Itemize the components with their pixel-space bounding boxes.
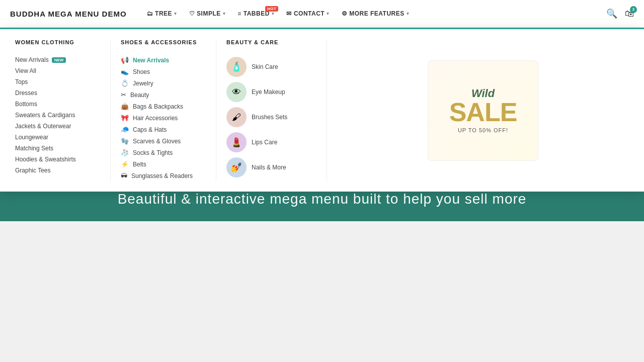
list-item[interactable]: New Arrivals NEW — [15, 54, 100, 65]
beauty-item-nails-more[interactable]: 💅 Nails & More — [226, 155, 316, 180]
megaphone-icon: 📢 — [121, 56, 129, 64]
chevron-down-icon: ▾ — [407, 11, 410, 16]
chevron-down-icon: ▾ — [272, 11, 275, 16]
list-item[interactable]: Sweaters & Cardigans — [15, 110, 100, 121]
list-item[interactable]: 🧢 Caps & Hats — [121, 124, 206, 135]
logo: BUDDHA MEGA MENU DEMO — [10, 10, 127, 18]
menu-col-shoes-accessories: SHOES & ACCESSORIES 📢 New Arrivals 👟 Sho… — [111, 39, 216, 182]
new-badge: NEW — [52, 57, 66, 63]
shoes-icon: 👟 — [121, 68, 129, 75]
brushes-sets-label: Brushes Sets — [252, 114, 287, 121]
search-button[interactable]: 🔍 — [606, 8, 617, 19]
chevron-down-icon: ▾ — [174, 11, 177, 16]
nav-item-more-features[interactable]: ⚙ MORE FEATURES ▾ — [337, 7, 415, 20]
list-item[interactable]: 📢 New Arrivals — [121, 54, 206, 66]
list-item[interactable]: Dresses — [15, 87, 100, 99]
hat-icon: 🧢 — [121, 126, 129, 133]
list-item[interactable]: Matching Sets — [15, 143, 100, 154]
list-item[interactable]: Loungewear — [15, 132, 100, 143]
list-item[interactable]: Graphic Tees — [15, 165, 100, 176]
list-item[interactable]: 👟 Shoes — [121, 66, 206, 77]
nav-item-simple[interactable]: ♡ SIMPLE ▾ — [184, 7, 231, 20]
sale-sub-text: UP TO 50% OFF! — [458, 127, 508, 133]
list-item[interactable]: ✂ Beauty — [121, 89, 206, 101]
list-item[interactable]: 👜 Bags & Backpacks — [121, 101, 206, 112]
list-item[interactable]: 🧤 Scarves & Gloves — [121, 135, 206, 147]
beauty-item-eye-makeup[interactable]: 👁 Eye Makeup — [226, 79, 316, 105]
beauty-icon: ✂ — [121, 91, 126, 99]
sunglasses-icon: 🕶 — [121, 172, 127, 179]
heart-icon: ♡ — [189, 10, 195, 17]
nav-item-contact[interactable]: ✉ CONTACT ▾ — [281, 7, 334, 20]
eye-makeup-thumb: 👁 — [226, 82, 247, 102]
list-item[interactable]: Jackets & Outerwear — [15, 121, 100, 132]
shoes-accessories-title: SHOES & ACCESSORIES — [121, 39, 206, 48]
list-item[interactable]: ⚡ Belts — [121, 158, 206, 170]
gloves-icon: 🧤 — [121, 137, 129, 145]
cart-count: 2 — [630, 6, 637, 13]
chevron-down-icon: ▾ — [223, 11, 226, 16]
lips-care-thumb: 💄 — [226, 132, 247, 152]
cart-button[interactable]: 🛍 2 — [625, 9, 634, 19]
beauty-item-lips-care[interactable]: 💄 Lips Care — [226, 130, 316, 155]
menu-col-women-clothing: WOMEN CLOTHING New Arrivals NEW View All… — [10, 39, 111, 182]
footer-tagline: Beautiful & interactive mega menu built … — [118, 191, 527, 207]
women-clothing-list: New Arrivals NEW View All Tops Dresses B… — [15, 54, 100, 176]
envelope-icon: ✉ — [286, 10, 292, 17]
list-item[interactable]: 💍 Jewelry — [121, 77, 206, 89]
beauty-item-skin-care[interactable]: 🧴 Skin Care — [226, 54, 316, 79]
sale-banner: Wild SALE UP TO 50% OFF! — [428, 60, 538, 161]
list-item[interactable]: 🕶 Sunglasses & Readers — [121, 170, 206, 182]
jewelry-icon: 💍 — [121, 79, 129, 87]
nav-menu: 🗂 TREE ▾ ♡ SIMPLE ▾ ≡ TABBED HOT ▾ ✉ CON… — [142, 7, 606, 20]
nails-more-thumb: 💅 — [226, 157, 247, 177]
beauty-care-title: BEAUTY & CARE — [226, 39, 316, 48]
socks-icon: 🧦 — [121, 149, 129, 156]
bag-icon: 👜 — [121, 103, 129, 110]
list-item[interactable]: Tops — [15, 76, 100, 87]
header: BUDDHA MEGA MENU DEMO 🗂 TREE ▾ ♡ SIMPLE … — [0, 0, 644, 28]
women-clothing-title: WOMEN CLOTHING — [15, 39, 100, 48]
header-right-icons: 🔍 🛍 2 — [606, 8, 634, 19]
list-item[interactable]: 🎀 Hair Accessories — [121, 112, 206, 124]
sale-main-text: SALE — [449, 99, 517, 125]
beauty-item-brushes-sets[interactable]: 🖌 Brushes Sets — [226, 105, 316, 130]
menu-banner: Wild SALE UP TO 50% OFF! — [327, 39, 634, 182]
chevron-down-icon: ▾ — [327, 11, 330, 16]
mega-menu: WOMEN CLOTHING New Arrivals NEW View All… — [0, 28, 644, 192]
nav-item-tree[interactable]: 🗂 TREE ▾ — [142, 7, 182, 20]
list-item[interactable]: View All — [15, 65, 100, 76]
gear-icon: ⚙ — [342, 10, 348, 17]
list-item[interactable]: 🧦 Socks & Tights — [121, 147, 206, 158]
shoes-accessories-list: 📢 New Arrivals 👟 Shoes 💍 Jewelry ✂ Beaut… — [121, 54, 206, 182]
lips-care-label: Lips Care — [252, 139, 277, 146]
hair-accessories-icon: 🎀 — [121, 114, 129, 122]
nails-more-label: Nails & More — [252, 164, 286, 171]
skin-care-thumb: 🧴 — [226, 57, 247, 77]
eye-makeup-label: Eye Makeup — [252, 88, 285, 96]
belt-icon: ⚡ — [121, 160, 129, 168]
nav-item-tabbed[interactable]: ≡ TABBED HOT ▾ — [232, 7, 279, 20]
menu-icon: ≡ — [237, 10, 242, 17]
skin-care-label: Skin Care — [252, 63, 278, 70]
hot-badge: HOT — [265, 6, 278, 12]
tree-icon: 🗂 — [147, 10, 153, 17]
brushes-sets-thumb: 🖌 — [226, 107, 247, 127]
list-item[interactable]: Hoodies & Sweatshirts — [15, 154, 100, 165]
menu-col-beauty-care: BEAUTY & CARE 🧴 Skin Care 👁 Eye Makeup 🖌… — [216, 39, 327, 182]
list-item[interactable]: Bottoms — [15, 99, 100, 110]
